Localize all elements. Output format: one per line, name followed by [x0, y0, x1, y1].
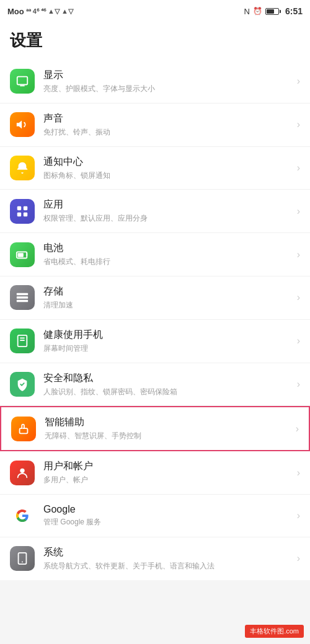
chevron-icon-system: › — [297, 553, 300, 564]
icon-storage — [10, 285, 35, 310]
chevron-icon-security: › — [297, 379, 300, 390]
item-subtitle-notify: 图标角标、锁屏通知 — [43, 170, 292, 181]
status-bar: Moo ᵃᵃ 4⁶ ⁴⁶ ▲▽ ▲▽ N ⏰ 6:51 — [0, 0, 310, 22]
icon-health — [10, 329, 35, 353]
item-text-battery: 电池 省电模式、耗电排行 — [43, 242, 292, 267]
item-text-sound: 声音 免打扰、铃声、振动 — [43, 112, 292, 138]
settings-item-user[interactable]: 用户和帐户 多用户、帐户 › — [0, 451, 310, 495]
svg-point-16 — [22, 562, 23, 563]
settings-item-health[interactable]: 健康使用手机 屏幕时间管理 › — [0, 320, 310, 363]
chevron-icon-app: › — [297, 206, 300, 217]
chevron-icon-health: › — [297, 335, 300, 346]
battery-icon — [265, 8, 281, 15]
icon-user — [10, 461, 35, 485]
settings-list: 显示 亮度、护眼模式、字体与显示大小 › 声音 免打扰、铃声、振动 › 通知中心… — [0, 60, 310, 580]
icon-display — [10, 69, 35, 94]
item-title-notify: 通知中心 — [43, 156, 292, 169]
chevron-icon-storage: › — [297, 292, 300, 303]
item-title-sound: 声音 — [43, 112, 292, 125]
battery-body — [265, 8, 279, 15]
item-title-app: 应用 — [43, 198, 292, 211]
battery-fill — [267, 9, 274, 14]
item-subtitle-display: 亮度、护眼模式、字体与显示大小 — [43, 84, 292, 94]
alarm-icon: ⏰ — [253, 7, 262, 15]
svg-rect-15 — [19, 553, 27, 564]
icon-sound — [10, 112, 35, 137]
item-title-google: Google — [43, 504, 292, 515]
chevron-icon-user: › — [297, 467, 300, 479]
status-right: N ⏰ 6:51 — [244, 6, 303, 16]
item-subtitle-sound: 免打扰、铃声、振动 — [43, 127, 292, 138]
svg-rect-8 — [17, 293, 28, 296]
item-text-app: 应用 权限管理、默认应用、应用分身 — [43, 198, 292, 224]
chevron-icon-display: › — [297, 76, 300, 87]
settings-item-battery[interactable]: 电池 省电模式、耗电排行 › — [0, 233, 310, 276]
settings-item-sound[interactable]: 声音 免打扰、铃声、振动 › — [0, 104, 310, 147]
page-title: 设置 — [0, 22, 310, 60]
item-subtitle-security: 人脸识别、指纹、锁屏密码、密码保险箱 — [43, 387, 292, 397]
item-title-health: 健康使用手机 — [43, 329, 292, 342]
settings-item-display[interactable]: 显示 亮度、护眼模式、字体与显示大小 › — [0, 60, 310, 104]
item-text-assist: 智能辅助 无障碍、智慧识屏、手势控制 — [45, 416, 291, 441]
item-title-display: 显示 — [43, 69, 292, 82]
item-subtitle-storage: 清理加速 — [43, 300, 292, 311]
item-subtitle-battery: 省电模式、耗电排行 — [43, 257, 292, 267]
item-title-user: 用户和帐户 — [43, 460, 292, 473]
item-subtitle-google: 管理 Google 服务 — [43, 517, 292, 527]
item-text-storage: 存储 清理加速 — [43, 285, 292, 311]
settings-item-storage[interactable]: 存储 清理加速 › — [0, 276, 310, 320]
watermark: 丰格软件图.com — [245, 625, 304, 638]
item-text-system: 系统 系统导航方式、软件更新、关于手机、语言和输入法 — [43, 546, 292, 571]
signal-indicators: ᵃᵃ 4⁶ ⁴⁶ ▲▽ ▲▽ — [26, 7, 73, 15]
item-subtitle-health: 屏幕时间管理 — [43, 343, 292, 354]
item-subtitle-user: 多用户、帐户 — [43, 475, 292, 485]
icon-battery — [10, 242, 35, 267]
svg-rect-10 — [17, 300, 28, 302]
icon-google — [10, 503, 35, 528]
item-subtitle-app: 权限管理、默认应用、应用分身 — [43, 213, 292, 224]
item-subtitle-assist: 无障碍、智慧识屏、手势控制 — [45, 431, 291, 441]
page-title-text: 设置 — [10, 31, 42, 50]
chevron-icon-sound: › — [297, 119, 300, 130]
chevron-icon-assist: › — [296, 423, 299, 434]
chevron-icon-battery: › — [297, 249, 300, 260]
item-text-security: 安全和隐私 人脸识别、指纹、锁屏密码、密码保险箱 — [43, 372, 292, 397]
icon-system — [10, 546, 35, 571]
item-title-assist: 智能辅助 — [45, 416, 291, 429]
settings-item-assist[interactable]: 智能辅助 无障碍、智慧识屏、手势控制 › — [0, 406, 310, 451]
svg-rect-4 — [17, 213, 21, 216]
svg-rect-7 — [18, 253, 24, 257]
settings-item-system[interactable]: 系统 系统导航方式、软件更新、关于手机、语言和输入法 › — [0, 537, 310, 580]
settings-item-security[interactable]: 安全和隐私 人脸识别、指纹、锁屏密码、密码保险箱 › — [0, 363, 310, 407]
item-title-security: 安全和隐私 — [43, 372, 292, 385]
item-text-health: 健康使用手机 屏幕时间管理 — [43, 329, 292, 354]
settings-item-app[interactable]: 应用 权限管理、默认应用、应用分身 › — [0, 190, 310, 233]
item-text-google: Google 管理 Google 服务 — [43, 504, 292, 527]
chevron-icon-google: › — [297, 510, 300, 521]
icon-app — [10, 199, 35, 224]
settings-item-google[interactable]: Google 管理 Google 服务 › — [0, 495, 310, 537]
status-left: Moo ᵃᵃ 4⁶ ⁴⁶ ▲▽ ▲▽ — [7, 7, 73, 16]
svg-rect-0 — [17, 77, 28, 85]
svg-rect-5 — [24, 213, 27, 216]
battery-tip — [280, 10, 281, 13]
svg-rect-3 — [24, 206, 27, 210]
nfc-icon: N — [244, 7, 250, 16]
item-text-display: 显示 亮度、护眼模式、字体与显示大小 — [43, 69, 292, 94]
item-text-user: 用户和帐户 多用户、帐户 — [43, 460, 292, 485]
icon-assist — [11, 417, 36, 441]
chevron-icon-notify: › — [297, 162, 300, 174]
svg-rect-9 — [17, 297, 28, 299]
settings-item-notify[interactable]: 通知中心 图标角标、锁屏通知 › — [0, 147, 310, 190]
item-title-system: 系统 — [43, 546, 292, 559]
svg-point-14 — [20, 468, 24, 472]
item-title-battery: 电池 — [43, 242, 292, 255]
item-text-notify: 通知中心 图标角标、锁屏通知 — [43, 156, 292, 181]
item-title-storage: 存储 — [43, 285, 292, 298]
icon-security — [10, 372, 35, 397]
item-subtitle-system: 系统导航方式、软件更新、关于手机、语言和输入法 — [43, 561, 292, 571]
carrier-text: Moo — [7, 7, 24, 16]
icon-notify — [10, 156, 35, 180]
time-display: 6:51 — [285, 6, 303, 16]
svg-rect-2 — [17, 206, 21, 210]
